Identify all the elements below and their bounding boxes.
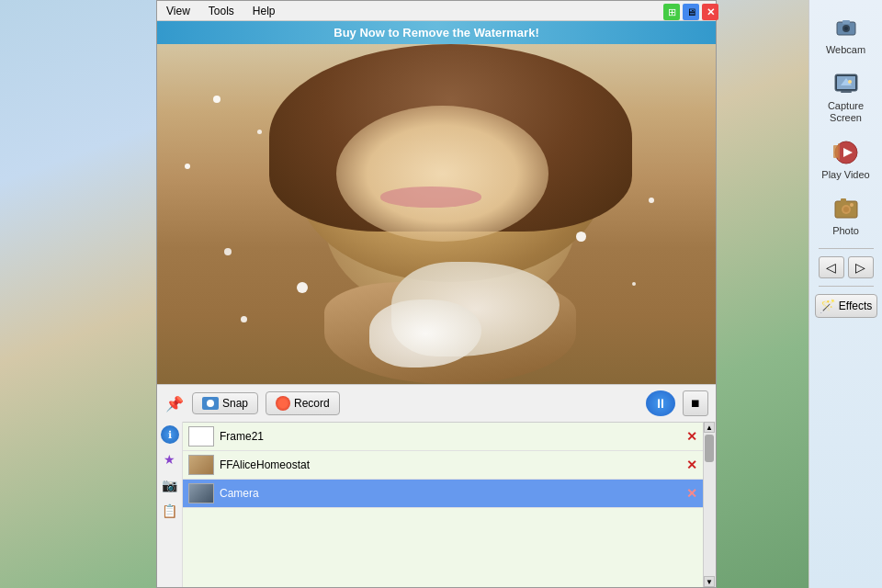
menu-view[interactable]: View	[161, 3, 196, 19]
photo-tool-icon	[830, 192, 863, 225]
video-area: 📌 Snap Record ⏸ ⏹	[157, 44, 716, 587]
photo-tool-label: Photo	[832, 225, 859, 237]
mini-btn-left[interactable]: ◁	[819, 256, 844, 278]
scroll-thumb[interactable]	[705, 435, 714, 462]
playvideo-tool-icon	[830, 136, 863, 169]
menu-help[interactable]: Help	[247, 3, 281, 19]
video-frame	[157, 44, 716, 384]
list-section: ℹ ★ 📷 📋 Frame21 ✕ FFAli	[157, 422, 716, 587]
webcam-tool-label: Webcam	[826, 44, 865, 56]
effects-button[interactable]: 🪄 Effects	[815, 294, 877, 318]
sidebar-tool-capture[interactable]: Capture Screen	[815, 63, 877, 128]
item-delete-camera[interactable]: ✕	[686, 486, 697, 501]
item-name-frame21: Frame21	[220, 430, 681, 443]
effects-label: Effects	[839, 300, 872, 312]
left-icon-column: ℹ ★ 📷 📋	[157, 422, 183, 587]
main-content: 📌 Snap Record ⏸ ⏹	[157, 44, 716, 587]
item-thumb-frame21	[188, 426, 214, 447]
record-icon	[276, 396, 290, 411]
bottom-toolbar: 📌 Snap Record ⏸ ⏹	[157, 384, 716, 422]
sidebar-tool-playvideo[interactable]: Play Video	[815, 132, 877, 185]
pin-button[interactable]: 📌	[164, 393, 185, 413]
snap-label: Snap	[222, 397, 248, 410]
close-control-btn[interactable]: ✕	[702, 4, 718, 20]
monitor-control-btn[interactable]: 🖥	[683, 4, 699, 20]
svg-point-2	[844, 27, 848, 30]
svg-point-15	[843, 207, 849, 212]
menu-tools[interactable]: Tools	[203, 3, 240, 19]
item-name-ffalice: FFAliceHomeostat	[220, 458, 681, 471]
watermark-bar[interactable]: Buy Now to Remove the Watermark!	[157, 21, 716, 44]
snap-button[interactable]: Snap	[192, 392, 258, 414]
webcam-tool-icon	[830, 11, 863, 44]
svg-rect-12	[838, 143, 840, 160]
window-controls-group: ⊞ 🖥 ✕	[663, 4, 718, 20]
sidebar-tool-photo[interactable]: Photo	[815, 188, 877, 241]
sidebar-separator	[819, 248, 874, 249]
list-item-ffalice[interactable]: FFAliceHomeostat ✕	[183, 451, 703, 480]
pause-button[interactable]: ⏸	[646, 390, 675, 416]
sidebar-tool-webcam[interactable]: Webcam	[815, 7, 877, 60]
list-scrollbar[interactable]: ▲ ▼	[703, 422, 716, 587]
item-name-camera: Camera	[220, 487, 681, 500]
item-delete-frame21[interactable]: ✕	[686, 429, 697, 444]
list-item-frame21[interactable]: Frame21 ✕	[183, 423, 703, 451]
record-button[interactable]: Record	[266, 391, 340, 415]
info-icon-btn[interactable]: ℹ	[161, 425, 179, 444]
menu-bar: View Tools Help	[157, 1, 716, 21]
svg-rect-3	[842, 20, 850, 24]
right-sidebar: Webcam Capture Screen Play Video	[808, 0, 882, 588]
svg-rect-11	[833, 145, 838, 158]
stop-button[interactable]: ⏹	[683, 390, 708, 416]
sidebar-separator2	[819, 286, 874, 287]
portrait-sim	[157, 44, 716, 384]
svg-rect-8	[841, 91, 852, 93]
mini-buttons-row: ◁ ▷	[819, 256, 874, 278]
record-label: Record	[294, 397, 330, 410]
star-icon-btn[interactable]: ★	[160, 449, 180, 469]
effects-icon: 🪄	[820, 299, 835, 313]
mini-btn-right[interactable]: ▷	[848, 256, 874, 278]
playvideo-tool-label: Play Video	[821, 169, 869, 181]
item-delete-ffalice[interactable]: ✕	[686, 458, 697, 472]
svg-point-17	[850, 203, 854, 207]
svg-rect-16	[841, 198, 846, 203]
grid-control-btn[interactable]: ⊞	[663, 4, 680, 20]
scroll-up-arrow[interactable]: ▲	[704, 422, 715, 433]
items-list: Frame21 ✕ FFAliceHomeostat ✕ Camera ✕	[183, 422, 703, 587]
item-thumb-camera	[188, 483, 214, 503]
scroll-down-arrow[interactable]: ▼	[704, 576, 715, 587]
capture-tool-label: Capture Screen	[819, 100, 874, 124]
snap-icon	[202, 397, 219, 410]
file-icon-btn[interactable]: 📋	[160, 501, 180, 521]
app-window: View Tools Help Buy Now to Remove the Wa…	[156, 0, 717, 588]
camera-icon-btn[interactable]: 📷	[160, 475, 180, 495]
capture-tool-icon	[830, 67, 863, 100]
svg-point-7	[848, 80, 852, 84]
list-item-camera[interactable]: Camera ✕	[183, 480, 703, 508]
item-thumb-ffalice	[188, 455, 214, 475]
